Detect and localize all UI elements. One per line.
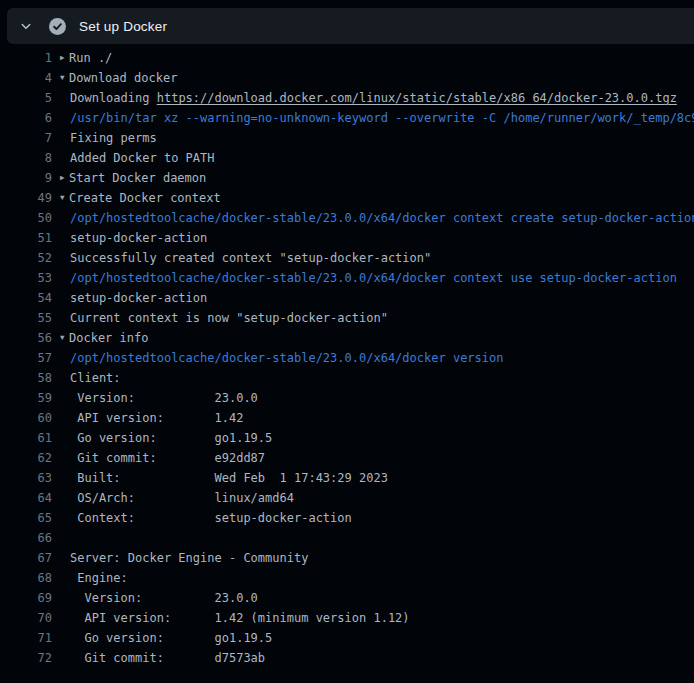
line-number[interactable]: 67 — [12, 551, 52, 565]
line-number[interactable]: 1 — [12, 51, 52, 65]
line-number[interactable]: 51 — [12, 231, 52, 245]
log-link[interactable]: https://download.docker.com/linux/static… — [157, 91, 677, 105]
line-number[interactable]: 61 — [12, 431, 52, 445]
log-text: Git commit: e92dd87 — [70, 451, 265, 465]
log-row: 63 Built: Wed Feb 1 17:43:29 2023 — [0, 468, 694, 488]
line-number[interactable]: 58 — [12, 371, 52, 385]
line-number[interactable]: 71 — [12, 631, 52, 645]
log-row: 54setup-docker-action — [0, 288, 694, 308]
log-text: API version: 1.42 — [70, 411, 243, 425]
log-text: API version: 1.42 (minimum version 1.12) — [70, 611, 410, 625]
log-row: 62 Git commit: e92dd87 — [0, 448, 694, 468]
log-text: Downloading https://download.docker.com/… — [70, 91, 677, 105]
log-text: Create Docker context — [69, 191, 221, 205]
log-row: 7Fixing perms — [0, 128, 694, 148]
log-command-text: /opt/hostedtoolcache/docker-stable/23.0.… — [70, 351, 503, 365]
log-group-row[interactable]: 56▼Docker info — [0, 328, 694, 348]
log-row: 6/usr/bin/tar xz --warning=no-unknown-ke… — [0, 108, 694, 128]
log-text: Client: — [70, 371, 121, 385]
log-row: 70 API version: 1.42 (minimum version 1.… — [0, 608, 694, 628]
step-header[interactable]: Set up Docker — [7, 8, 694, 44]
log-text-segment: Downloading — [70, 91, 157, 105]
log-text: Run ./ — [69, 51, 112, 65]
log-row: 69 Version: 23.0.0 — [0, 588, 694, 608]
line-number[interactable]: 63 — [12, 471, 52, 485]
line-number[interactable]: 5 — [12, 91, 52, 105]
log-group-row[interactable]: 4▼Download docker — [0, 68, 694, 88]
log-row: 55Current context is now "setup-docker-a… — [0, 308, 694, 328]
line-number[interactable]: 69 — [12, 591, 52, 605]
line-number[interactable]: 66 — [12, 531, 52, 545]
line-number[interactable]: 9 — [12, 171, 52, 185]
line-number[interactable]: 54 — [12, 291, 52, 305]
log-row: 72 Git commit: d7573ab — [0, 648, 694, 668]
line-number[interactable]: 52 — [12, 251, 52, 265]
log-row: 8Added Docker to PATH — [0, 148, 694, 168]
log-text: Engine: — [70, 571, 128, 585]
log-text: Added Docker to PATH — [70, 151, 215, 165]
chevron-down-icon[interactable] — [19, 19, 33, 33]
log-text: Context: setup-docker-action — [70, 511, 352, 525]
log-text: Successfully created context "setup-dock… — [70, 251, 431, 265]
log-group-row[interactable]: 1▶Run ./ — [0, 48, 694, 68]
line-number[interactable]: 7 — [12, 131, 52, 145]
log-text: Go version: go1.19.5 — [70, 431, 272, 445]
line-number[interactable]: 65 — [12, 511, 52, 525]
log-command-text: /usr/bin/tar xz --warning=no-unknown-key… — [70, 111, 694, 125]
line-number[interactable]: 59 — [12, 391, 52, 405]
triangle-down-icon[interactable]: ▼ — [60, 188, 69, 208]
line-number[interactable]: 57 — [12, 351, 52, 365]
log-row: 66 — [0, 528, 694, 548]
log-row: 50/opt/hostedtoolcache/docker-stable/23.… — [0, 208, 694, 228]
line-number[interactable]: 62 — [12, 451, 52, 465]
log-row: 59 Version: 23.0.0 — [0, 388, 694, 408]
line-number[interactable]: 68 — [12, 571, 52, 585]
log-group-row[interactable]: 9▶Start Docker daemon — [0, 168, 694, 188]
log-row: 51setup-docker-action — [0, 228, 694, 248]
log-text: setup-docker-action — [70, 231, 207, 245]
log-row: 57/opt/hostedtoolcache/docker-stable/23.… — [0, 348, 694, 368]
line-number[interactable]: 50 — [12, 211, 52, 225]
line-number[interactable]: 55 — [12, 311, 52, 325]
line-number[interactable]: 4 — [12, 71, 52, 85]
log-text: Go version: go1.19.5 — [70, 631, 272, 645]
log-text: Version: 23.0.0 — [70, 391, 258, 405]
log-row: 65 Context: setup-docker-action — [0, 508, 694, 528]
triangle-down-icon[interactable]: ▼ — [60, 328, 69, 348]
log-text: Server: Docker Engine - Community — [70, 551, 308, 565]
log-row: 64 OS/Arch: linux/amd64 — [0, 488, 694, 508]
log-row: 60 API version: 1.42 — [0, 408, 694, 428]
check-circle-icon — [49, 18, 66, 35]
log-text: Fixing perms — [70, 131, 157, 145]
line-number[interactable]: 49 — [12, 191, 52, 205]
log-text: Current context is now "setup-docker-act… — [70, 311, 388, 325]
log-row: 61 Go version: go1.19.5 — [0, 428, 694, 448]
log-text: Version: 23.0.0 — [70, 591, 258, 605]
log-text: Docker info — [69, 331, 148, 345]
log-group-row[interactable]: 49▼Create Docker context — [0, 188, 694, 208]
log-row: 67Server: Docker Engine - Community — [0, 548, 694, 568]
line-number[interactable]: 6 — [12, 111, 52, 125]
log-row: 5Downloading https://download.docker.com… — [0, 88, 694, 108]
log-command-text: /opt/hostedtoolcache/docker-stable/23.0.… — [70, 211, 694, 225]
line-number[interactable]: 8 — [12, 151, 52, 165]
triangle-right-icon[interactable]: ▶ — [60, 48, 69, 68]
line-number[interactable]: 64 — [12, 491, 52, 505]
line-number[interactable]: 56 — [12, 331, 52, 345]
line-number[interactable]: 53 — [12, 271, 52, 285]
log-text: Git commit: d7573ab — [70, 651, 265, 665]
log-text: Download docker — [69, 71, 177, 85]
triangle-down-icon[interactable]: ▼ — [60, 68, 69, 88]
log-row: 52Successfully created context "setup-do… — [0, 248, 694, 268]
log-row: 71 Go version: go1.19.5 — [0, 628, 694, 648]
log-command-text: /opt/hostedtoolcache/docker-stable/23.0.… — [70, 271, 677, 285]
triangle-right-icon[interactable]: ▶ — [60, 168, 69, 188]
log-text: Start Docker daemon — [69, 171, 206, 185]
log-row: 53/opt/hostedtoolcache/docker-stable/23.… — [0, 268, 694, 288]
line-number[interactable]: 60 — [12, 411, 52, 425]
log-row: 58Client: — [0, 368, 694, 388]
line-number[interactable]: 72 — [12, 651, 52, 665]
log-row: 68 Engine: — [0, 568, 694, 588]
log-text: setup-docker-action — [70, 291, 207, 305]
line-number[interactable]: 70 — [12, 611, 52, 625]
